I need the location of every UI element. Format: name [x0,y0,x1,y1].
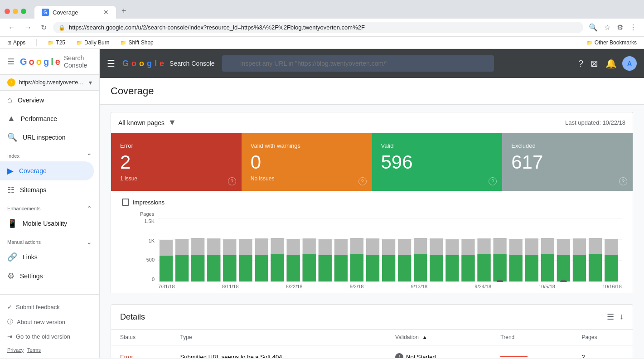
bookmark-star-icon[interactable]: ☆ [602,21,612,34]
go-to-old-version-item[interactable]: ⇥ Go to the old version [7,330,92,344]
folder-icon-t25: 📁 [48,40,54,46]
enhancements-label: Enhancements [7,206,40,211]
svg-rect-35 [398,255,411,281]
details-section: Details ☰ ↓ Status Type [111,304,633,358]
close-button[interactable] [5,9,10,14]
terms-link[interactable]: Terms [27,347,41,353]
svg-rect-63 [605,255,618,281]
about-new-version-item[interactable]: ⓘ About new version [7,314,92,330]
stat-card-excluded[interactable]: Excluded 617 ? [502,133,633,191]
about-new-version-label: About new version [17,319,65,325]
sidebar-item-mobile-usability[interactable]: 📱 Mobile Usability [0,214,94,233]
url-search-input[interactable] [222,55,494,72]
filter-dropdown[interactable]: All known pages ▼ [118,118,176,127]
error-help-icon[interactable]: ? [228,177,236,185]
warning-help-icon[interactable]: ? [358,177,367,185]
submit-feedback-item[interactable]: ✓ Submit feedback [7,300,92,314]
help-icon[interactable]: ? [576,57,585,71]
bookmark-t25-label: T25 [56,39,65,46]
valid-value: 596 [381,153,494,172]
y-label-1k: 1K [140,238,155,243]
x-label-6: 9/24/18 [475,284,491,289]
user-avatar[interactable]: A [622,56,637,71]
bookmark-shiftshop[interactable]: 📁 Shift Shop [118,39,155,47]
forward-button[interactable]: → [22,22,34,34]
bookmark-t25[interactable]: 📁 T25 [46,39,67,47]
excluded-label: Excluded [511,142,624,149]
download-action-icon[interactable]: ↓ [620,312,624,322]
nav-bar: ← → ↻ 🔒 https://search.google.com/u/2/se… [0,19,644,37]
extension-icon[interactable]: ⚙ [615,21,625,34]
stats-grid: Error 2 1 issue ? Valid with warnings 0 … [111,133,633,191]
privacy-link[interactable]: Privacy [7,347,24,353]
x-label-8: 10/16/18 [602,284,622,289]
reload-button[interactable]: ↻ [38,21,49,34]
col-type: Type [171,330,386,345]
y-axis-labels: 1.5K 1K 500 0 [140,218,155,282]
back-button[interactable]: ← [5,22,18,34]
sidebar-item-overview[interactable]: ⌂ Overview [0,91,94,109]
active-tab[interactable]: G Coverage ✕ [34,6,116,19]
sidebar-item-coverage[interactable]: ▶ Coverage [0,161,94,180]
svg-rect-43 [461,255,475,281]
smartphone-icon: 📱 [7,218,17,228]
svg-rect-7 [175,255,189,281]
sidebar-nav: ⌂ Overview ▲ Performance 🔍 URL inspectio… [0,91,99,294]
table-body: Error Submitted URL seems to be a Soft 4… [111,345,633,359]
top-bar-menu-icon[interactable]: ☰ [107,58,115,69]
enhancements-collapse-icon[interactable]: ⌃ [87,205,92,212]
lock-icon: 🔒 [58,24,65,31]
trending-up-icon: ▲ [7,114,15,123]
bookmark-dailyburn[interactable]: 📁 Daily Burn [74,39,111,47]
svg-rect-59 [573,255,586,281]
other-bookmarks[interactable]: 📁 Other Bookmarks [585,39,639,47]
warning-label: Valid with warnings [251,142,363,149]
sidebar-item-url-inspection[interactable]: 🔍 URL inspection [0,128,94,147]
notifications-icon[interactable]: 🔔 [604,56,619,71]
sidebar-item-links[interactable]: 🔗 Links [0,247,94,267]
index-collapse-icon[interactable]: ⌃ [87,152,92,160]
stat-card-warning[interactable]: Valid with warnings 0 No issues ? [242,133,372,191]
google-logo-g: G [20,57,27,67]
table-header-row: Status Type Validation ▲ Trend [111,330,633,345]
svg-rect-23 [303,254,316,281]
bookmark-apps[interactable]: ⊞ Apps [5,39,27,47]
tab-close-button[interactable]: ✕ [103,9,109,16]
table-row[interactable]: Error Submitted URL seems to be a Soft 4… [111,345,633,359]
x-label-7: 10/5/18 [538,284,555,289]
feedback-icon: ✓ [7,304,12,310]
svg-rect-21 [287,255,300,281]
impressions-checkbox[interactable] [122,199,129,206]
sidebar-item-settings[interactable]: ⚙ Settings [0,267,94,286]
row1-type: Submitted URL seems to be a Soft 404 [171,345,386,359]
info-icon: ⓘ [7,318,13,326]
hamburger-menu-icon[interactable]: ☰ [7,57,15,67]
svg-rect-50 [509,255,523,281]
address-bar[interactable]: 🔒 https://search.google.com/u/2/search-c… [53,22,583,33]
filter-action-icon[interactable]: ☰ [607,312,614,322]
svg-rect-56 [557,255,570,281]
property-dropdown-icon: ▾ [89,79,92,86]
svg-rect-47 [493,254,506,281]
sidebar-item-performance[interactable]: ▲ Performance [0,109,94,128]
excluded-help-icon[interactable]: ? [619,177,627,185]
stat-card-valid[interactable]: Valid 596 ? [372,133,503,191]
stat-card-error[interactable]: Error 2 1 issue ? [111,133,242,191]
search-icon[interactable]: 🔍 [587,21,600,34]
minimize-button[interactable] [13,9,18,14]
svg-rect-13 [223,255,236,281]
manual-actions-collapse-icon[interactable]: ⌄ [87,238,92,246]
menu-icon[interactable]: ⋮ [628,21,639,34]
sidebar-item-sitemaps[interactable]: ☷ Sitemaps [0,180,94,199]
y-label-1.5k: 1.5K [140,218,155,224]
url-text: https://search.google.com/u/2/search-con… [69,24,365,31]
row1-trend [491,345,572,359]
valid-help-icon[interactable]: ? [489,177,497,185]
maximize-button[interactable] [21,9,26,14]
new-tab-button[interactable]: + [116,4,132,19]
apps-icon[interactable]: ⊠ [589,56,600,71]
sidebar-item-url-label: URL inspection [23,134,65,141]
warning-sub: No issues [251,175,363,182]
property-selector[interactable]: ! https://blog.twentyoverten.co... ▾ [0,74,99,91]
svg-rect-41 [445,255,459,281]
